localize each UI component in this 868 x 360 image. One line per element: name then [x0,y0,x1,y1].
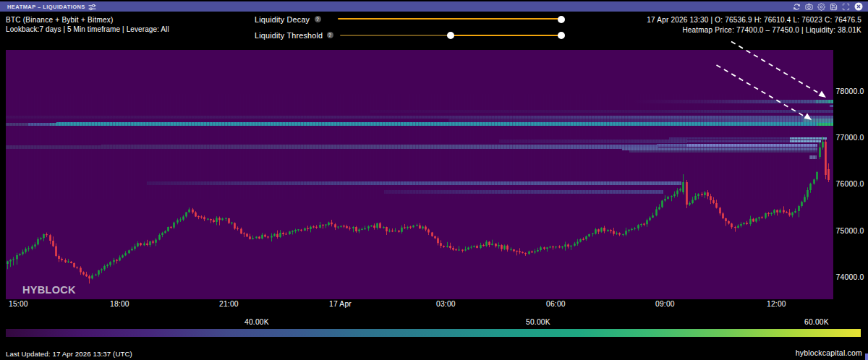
svg-text:HYBLOCK: HYBLOCK [22,284,76,296]
